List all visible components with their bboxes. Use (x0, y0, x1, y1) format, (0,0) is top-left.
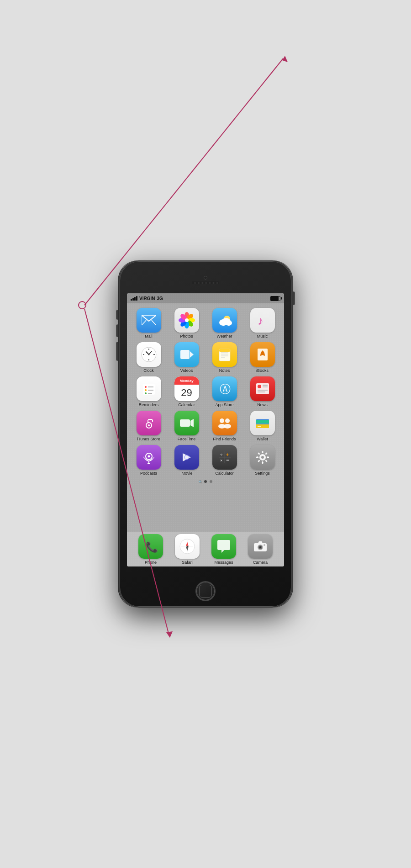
itunes-label: iTunes Store (137, 437, 160, 441)
app-photos[interactable]: Photos (169, 308, 205, 339)
messages-label: Messages (214, 560, 233, 565)
svg-marker-62 (190, 419, 194, 427)
facetime-icon (174, 411, 199, 435)
app-reminders[interactable]: Reminders (131, 376, 167, 407)
svg-rect-90 (265, 452, 268, 455)
app-music[interactable]: ♪ Music (244, 308, 280, 339)
status-right (270, 296, 280, 301)
svg-text:−: − (226, 457, 229, 463)
battery-indicator (270, 296, 280, 301)
home-button-inner (199, 585, 212, 598)
svg-rect-40 (219, 349, 230, 352)
app-ibooks[interactable]: iBooks (244, 342, 280, 373)
app-facetime[interactable]: FaceTime (169, 411, 205, 441)
mail-label: Mail (145, 334, 153, 339)
ibooks-label: iBooks (256, 368, 269, 373)
svg-point-45 (145, 392, 147, 394)
app-clock[interactable]: Clock (131, 342, 167, 373)
svg-rect-32 (180, 350, 190, 359)
music-icon: ♪ (250, 308, 275, 333)
calculator-icon: + − × ÷ (212, 445, 237, 470)
messages-icon (211, 534, 236, 559)
imovie-label: iMovie (180, 471, 192, 476)
podcasts-icon (137, 445, 161, 470)
app-videos[interactable]: Videos (169, 342, 205, 373)
svg-text:📞: 📞 (146, 541, 158, 553)
dock-app-camera[interactable]: Camera (248, 534, 273, 565)
svg-text:♪: ♪ (258, 314, 263, 328)
svg-point-104 (187, 546, 188, 547)
app-calendar[interactable]: Monday 29 Calendar (169, 376, 205, 407)
dock-app-messages[interactable]: Messages (211, 534, 236, 565)
power-button[interactable] (293, 291, 295, 305)
app-imovie[interactable]: iMovie (169, 445, 205, 476)
calendar-day: 29 (181, 387, 192, 399)
svg-point-110 (263, 544, 265, 546)
svg-point-85 (261, 456, 264, 459)
notes-label: Notes (219, 368, 230, 373)
svg-point-2 (79, 302, 86, 309)
calendar-label: Calendar (178, 402, 195, 407)
home-button[interactable] (195, 581, 216, 601)
signal-indicator (131, 296, 137, 301)
settings-label: Settings (255, 471, 270, 476)
svg-point-31 (148, 354, 149, 355)
svg-point-17 (185, 318, 189, 322)
svg-line-6 (142, 320, 146, 325)
wallet-label: Wallet (257, 437, 268, 441)
svg-rect-93 (262, 461, 263, 464)
app-calculator[interactable]: + − × ÷ Calculator (206, 445, 242, 476)
svg-point-109 (259, 546, 261, 548)
podcasts-label: Podcasts (140, 471, 157, 476)
svg-point-66 (224, 424, 231, 429)
volume-down-button[interactable] (116, 342, 118, 361)
battery-fill (271, 296, 279, 301)
svg-rect-95 (256, 457, 258, 458)
findfriends-icon (212, 411, 237, 435)
app-settings[interactable]: Settings (244, 445, 280, 476)
safari-icon (175, 534, 200, 559)
videos-icon (174, 342, 199, 367)
phone-device: VIRGIN 3G (119, 260, 292, 608)
weather-icon (212, 308, 237, 333)
dock-app-phone[interactable]: 📞 Phone (138, 534, 163, 565)
calendar-icon: Monday 29 (174, 376, 199, 401)
dock: 📞 Phone (127, 532, 284, 566)
app-wallet[interactable]: Wallet (244, 411, 280, 441)
music-label: Music (257, 334, 268, 339)
carrier-label: VIRGIN (139, 296, 155, 301)
dock-app-safari[interactable]: Safari (175, 534, 200, 565)
app-podcasts[interactable]: Podcasts (131, 445, 167, 476)
mute-switch[interactable] (116, 310, 118, 320)
app-itunes[interactable]: iTunes Store (131, 411, 167, 441)
news-icon (250, 376, 275, 401)
phone-icon: 📞 (138, 534, 163, 559)
svg-marker-75 (183, 453, 191, 461)
app-weather[interactable]: Weather (206, 308, 242, 339)
app-mail[interactable]: Mail (131, 308, 167, 339)
app-news[interactable]: News (244, 376, 280, 407)
calendar-weekday: Monday (179, 379, 193, 383)
page-dot-1 (204, 480, 207, 483)
svg-text:Ⓐ: Ⓐ (220, 383, 231, 395)
volume-up-button[interactable] (116, 324, 118, 337)
svg-point-51 (258, 385, 261, 388)
bottom-bezel (119, 581, 292, 601)
app-findfriends[interactable]: Find Friends (206, 411, 242, 441)
reminders-label: Reminders (139, 402, 159, 407)
svg-point-57 (148, 424, 150, 426)
svg-line-7 (152, 320, 156, 325)
svg-rect-91 (267, 457, 269, 458)
svg-text:×: × (220, 458, 222, 463)
facetime-label: FaceTime (178, 437, 196, 441)
app-grid: Mail (127, 303, 284, 478)
phone-screen: VIRGIN 3G (127, 293, 284, 566)
home-screen: VIRGIN 3G (127, 293, 284, 566)
clock-label: Clock (143, 368, 154, 373)
top-bezel (119, 267, 292, 293)
svg-point-43 (145, 386, 147, 388)
app-appstore[interactable]: Ⓐ App Store (206, 376, 242, 407)
app-notes[interactable]: Notes (206, 342, 242, 373)
svg-rect-70 (258, 426, 261, 427)
camera-icon (248, 534, 273, 559)
